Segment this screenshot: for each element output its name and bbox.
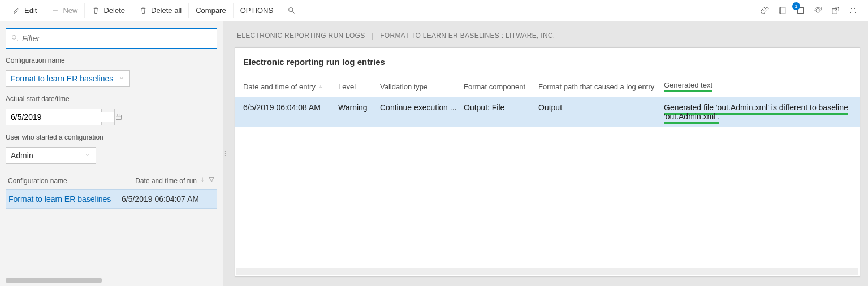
chevron-down-icon [118,74,125,83]
search-button[interactable] [280,3,303,18]
user-value: Admin [11,151,33,160]
delete-all-label: Delete all [151,6,182,15]
filter-search-icon [11,34,19,44]
refresh-icon[interactable] [813,6,823,15]
new-button: New [44,3,85,18]
cell-level: Warning [335,103,377,121]
cell-date: 6/5/2019 06:04:08 AM [235,103,335,121]
cell-generated-text: Generated file 'out.Admin.xml' is differ… [660,103,860,121]
col-head-generated-text[interactable]: Generated text [660,81,860,92]
attachment-icon[interactable] [761,6,770,15]
config-name-value: Format to learn ER baselines [11,74,113,83]
delete-all-button[interactable]: Delete all [132,3,189,18]
grid-body: 6/5/2019 06:04:08 AM Warning Continue ex… [235,97,860,268]
col-head-validation[interactable]: Validation type [377,81,460,92]
col-head-date[interactable]: Date and time of entry [235,81,335,92]
user-combo[interactable]: Admin [6,147,96,164]
run-row-name: Format to learn ER baselines [8,194,122,203]
edit-label: Edit [24,6,37,15]
pencil-icon [12,6,21,15]
search-icon [287,6,296,15]
top-toolbar: Edit New Delete Delete all Compare OPTIO… [0,0,868,21]
config-name-label: Configuration name [6,57,217,64]
config-name-combo[interactable]: Format to learn ER baselines [6,70,130,87]
run-head-date: Date and time of run [135,177,197,185]
compare-label: Compare [196,6,226,15]
content-area: ELECTRONIC REPORTING RUN LOGS | FORMAT T… [227,21,868,286]
date-input-wrap[interactable] [6,109,102,125]
run-list-header: Configuration name Date and time of run [6,173,217,189]
cell-validation: Continue execution ... [377,103,460,121]
svg-point-0 [289,8,293,12]
chevron-down-icon [84,151,91,160]
log-panel: Electronic reporting run log entries Dat… [235,47,860,277]
options-button[interactable]: OPTIONS [234,3,281,18]
trash-icon [92,6,100,15]
breadcrumb-1[interactable]: ELECTRONIC REPORTING RUN LOGS [237,32,365,40]
options-label: OPTIONS [240,6,274,15]
svg-rect-1 [780,7,785,14]
filter-input[interactable] [22,34,212,43]
toolbar-left: Edit New Delete Delete all Compare OPTIO… [6,3,303,18]
notification-badge: 1 [792,2,800,10]
col-head-format-path[interactable]: Format path that caused a log entry [535,81,660,92]
filter-funnel-icon[interactable] [208,176,215,185]
grid-header: Date and time of entry Level Validation … [235,76,860,97]
grid-row[interactable]: 6/5/2019 06:04:08 AM Warning Continue ex… [235,97,860,127]
office-icon[interactable] [778,6,788,15]
cell-gtext-value: Generated file 'out.Admin.xml' is differ… [664,103,848,124]
date-input[interactable] [6,112,114,122]
filter-sidebar: Configuration name Format to learn ER ba… [0,21,223,286]
delete-button[interactable]: Delete [85,3,132,18]
breadcrumb-2: FORMAT TO LEARN ER BASELINES : LITWARE, … [380,32,555,40]
svg-rect-5 [116,115,121,120]
log-grid: Date and time of entry Level Validation … [235,76,860,276]
col-head-date-label: Date and time of entry [243,83,316,91]
filter-input-wrap[interactable] [6,28,217,49]
sort-down-icon [318,84,323,89]
col-head-level[interactable]: Level [335,81,377,92]
col-head-format-comp[interactable]: Format component [460,81,535,92]
run-list: Configuration name Date and time of run … [6,173,217,209]
toolbar-right: 1 [761,6,862,15]
notification-icon[interactable]: 1 [796,6,805,15]
user-label: User who started a configuration [6,133,217,141]
delete-label: Delete [103,6,125,15]
main-area: Configuration name Format to learn ER ba… [0,21,868,286]
svg-point-4 [12,35,16,39]
run-head-config[interactable]: Configuration name [8,177,121,185]
calendar-icon[interactable] [114,109,123,125]
start-date-label: Actual start date/time [6,95,217,103]
sort-down-icon [199,176,206,185]
run-row-date: 6/5/2019 06:04:07 AM [122,194,214,203]
cell-format-comp: Output: File [460,103,535,121]
compare-button[interactable]: Compare [189,3,233,18]
run-head-date-wrap[interactable]: Date and time of run [121,176,215,185]
breadcrumb-separator: | [372,32,373,40]
popout-icon[interactable] [831,6,840,15]
col-head-gtext-label: Generated text [664,81,712,92]
new-label: New [63,6,77,15]
cell-format-path: Output [535,103,660,121]
panel-title: Electronic reporting run log entries [235,48,860,76]
close-icon[interactable] [848,6,858,15]
breadcrumb: ELECTRONIC REPORTING RUN LOGS | FORMAT T… [235,21,860,47]
edit-button[interactable]: Edit [6,3,44,18]
run-list-row[interactable]: Format to learn ER baselines 6/5/2019 06… [6,189,217,209]
sidebar-scrollbar[interactable] [6,278,102,283]
plus-icon [51,6,59,15]
trash-all-icon [139,6,148,15]
panel-scrollbar[interactable] [236,268,858,275]
